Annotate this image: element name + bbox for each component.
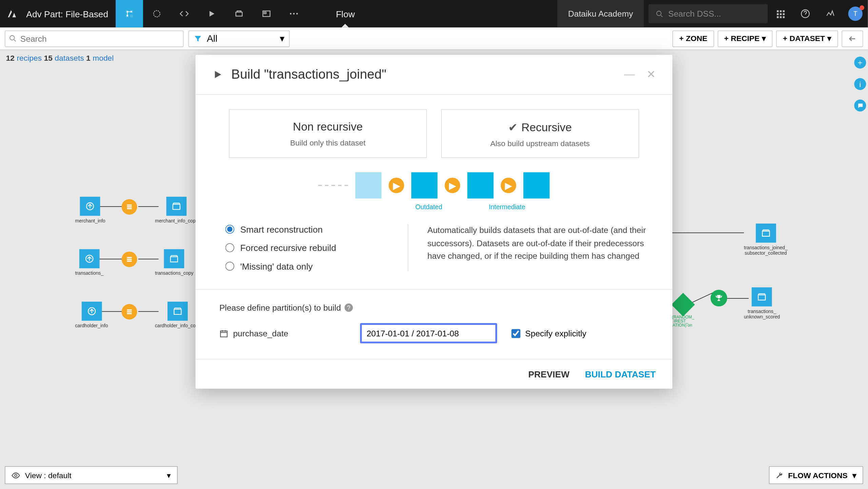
nav-play-icon[interactable]	[198, 0, 225, 27]
dataset-node[interactable]: transactions_	[75, 249, 104, 276]
activity-icon[interactable]	[818, 0, 843, 27]
svg-point-10	[657, 11, 661, 15]
svg-point-7	[290, 13, 291, 15]
dataset-node[interactable]: transactions_copy	[155, 249, 193, 276]
add-icon[interactable]: ＋	[854, 57, 866, 69]
svg-rect-15	[780, 13, 781, 15]
add-dataset-button[interactable]: + DATASET▾	[776, 30, 838, 47]
build-modal: Build "transactions_joined" — ✕ Non recu…	[196, 55, 672, 389]
wrench-icon	[775, 471, 783, 479]
svg-rect-19	[783, 16, 784, 18]
modal-title: Build "transactions_joined"	[231, 67, 386, 82]
play-icon: ▶	[445, 178, 460, 193]
modal-header: Build "transactions_joined" — ✕	[196, 55, 672, 95]
recipes-link[interactable]: recipes	[17, 54, 42, 62]
nav-stack-icon[interactable]	[225, 0, 253, 27]
preview-button[interactable]: PREVIEW	[528, 369, 570, 379]
mode-non-recursive[interactable]: Non recursive Build only this dataset	[229, 109, 427, 158]
svg-rect-6	[264, 12, 266, 14]
partition-section: Please define partition(s) to build ? pu…	[196, 289, 672, 359]
play-icon	[212, 69, 223, 80]
svg-rect-4	[236, 12, 242, 16]
add-recipe-button[interactable]: + RECIPE▾	[717, 30, 773, 47]
nav-more-icon[interactable]	[280, 0, 307, 27]
search-icon	[656, 10, 664, 18]
flow-search[interactable]	[5, 30, 183, 47]
dataset-node[interactable]: merchant_info_copy	[155, 197, 198, 223]
svg-rect-14	[776, 13, 778, 15]
bottom-bar: View : default ▾ FLOW ACTIONS ▾	[5, 466, 863, 484]
apps-grid-icon[interactable]	[768, 0, 793, 27]
svg-rect-12	[780, 10, 781, 12]
chat-icon[interactable]	[854, 100, 866, 112]
svg-point-25	[15, 474, 17, 476]
flow-actions-button[interactable]: FLOW ACTIONS ▾	[769, 466, 863, 484]
chevron-down-icon: ▾	[167, 471, 171, 480]
radio-missing-only[interactable]: 'Missing' data only	[225, 261, 387, 271]
nav-code-icon[interactable]	[170, 0, 198, 27]
radio-forced-rebuild[interactable]: Forced recursive rebuild	[225, 243, 387, 253]
radio-smart-reconstruction[interactable]: Smart reconstruction	[225, 224, 387, 234]
diagram-labels: Outdated Intermediate	[219, 203, 649, 210]
build-diagram: ▶ ▶ ▶	[219, 172, 649, 198]
calendar-icon	[219, 329, 228, 338]
datasets-link[interactable]: datasets	[55, 54, 84, 62]
nav-dashboard-icon[interactable]	[253, 0, 280, 27]
collapse-panel-button[interactable]	[842, 30, 863, 47]
flow-search-input[interactable]	[20, 34, 179, 43]
chevron-down-icon: ▾	[762, 34, 766, 43]
modal-footer: PREVIEW BUILD DATASET	[196, 359, 672, 389]
check-icon: ✔	[508, 121, 518, 134]
dataset-node[interactable]: transactions_ unknown_scored	[744, 287, 780, 319]
add-zone-button[interactable]: + ZONE	[673, 30, 714, 47]
close-icon[interactable]: ✕	[647, 68, 655, 81]
play-icon: ▶	[389, 178, 404, 193]
chevron-down-icon: ▾	[827, 34, 831, 43]
dataset-node[interactable]: cardholder_info	[75, 302, 108, 329]
model-node[interactable]	[671, 293, 695, 317]
academy-button[interactable]: Dataiku Academy	[557, 0, 644, 27]
svg-point-21	[10, 36, 14, 40]
recipe-node[interactable]	[122, 252, 137, 267]
flow-tab-label[interactable]: Flow	[331, 0, 360, 27]
svg-point-9	[296, 13, 298, 15]
flow-filter-select[interactable]: All ▾	[189, 30, 290, 47]
specify-explicitly-checkbox[interactable]: Specify explicitly	[511, 329, 586, 338]
option-description: Automatically builds datasets that are o…	[408, 224, 648, 271]
dataset-node[interactable]: merchant_info	[75, 197, 105, 223]
svg-rect-26	[220, 331, 227, 337]
project-name[interactable]: Adv Part: File-Based	[24, 8, 115, 19]
user-avatar[interactable]: T	[843, 0, 868, 27]
view-select[interactable]: View : default ▾	[5, 466, 178, 484]
svg-point-8	[293, 13, 295, 15]
chevron-down-icon: ▾	[852, 471, 856, 480]
flow-toolbar: All ▾ + ZONE + RECIPE▾ + DATASET▾	[0, 27, 868, 50]
partition-dimension: purchase_date	[219, 329, 351, 338]
trophy-node[interactable]	[711, 290, 727, 306]
search-placeholder: Search DSS...	[668, 9, 721, 18]
dataset-node[interactable]: transactions_joined_ subsector_collected	[744, 223, 788, 256]
mode-recursive[interactable]: ✔Recursive Also build upstream datasets	[441, 109, 639, 158]
models-link[interactable]: model	[93, 54, 114, 62]
nav-flow-icon[interactable]	[115, 0, 143, 27]
eye-icon	[11, 471, 20, 480]
svg-rect-11	[776, 10, 778, 12]
info-icon[interactable]: i	[854, 78, 866, 90]
app-logo[interactable]	[0, 8, 24, 19]
recipe-node[interactable]	[122, 304, 137, 320]
build-dataset-button[interactable]: BUILD DATASET	[585, 369, 656, 379]
nav-icon[interactable]	[143, 0, 170, 27]
chevron-down-icon: ▾	[280, 33, 284, 44]
global-search[interactable]: Search DSS...	[649, 4, 768, 23]
partition-value-input[interactable]	[360, 323, 497, 344]
svg-rect-16	[783, 13, 784, 15]
dataset-node[interactable]: cardholder_info_copy	[155, 302, 200, 329]
minimize-icon[interactable]: —	[624, 68, 635, 81]
recipe-node[interactable]	[122, 199, 137, 215]
partition-title: Please define partition(s) to build	[219, 303, 341, 312]
help-icon[interactable]: ?	[344, 304, 353, 312]
svg-point-3	[153, 11, 160, 17]
help-icon[interactable]	[793, 0, 818, 27]
play-icon: ▶	[501, 178, 516, 193]
svg-rect-18	[780, 16, 781, 18]
